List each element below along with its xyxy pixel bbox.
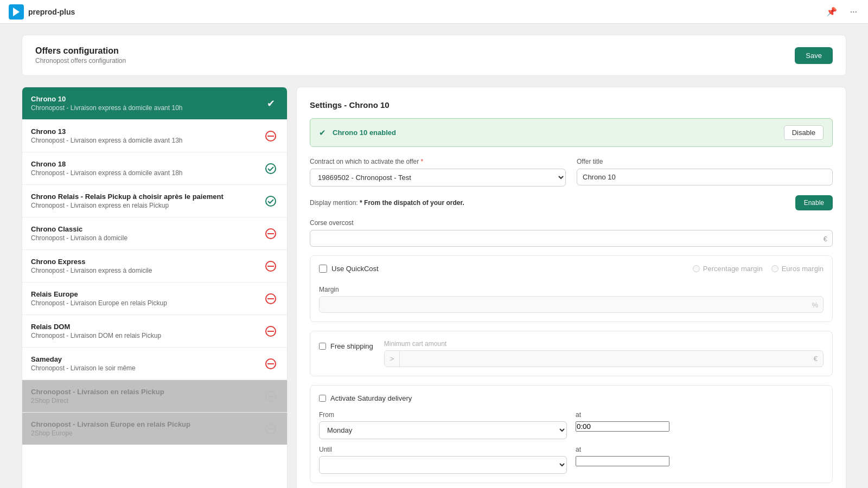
page-header: Offers configuration Chronopost offers c… [22,35,846,76]
ban-icon-relais-europe [263,291,278,306]
ban-icon-chrono13 [263,129,278,144]
item-title-relais-dom: Relais DOM [31,323,263,331]
item-title-relais-europe: Relais Europe [31,290,263,298]
corse-overcost-label: Corse overcost [310,219,833,227]
item-sub-chrono18: Chronopost - Livraison express à domicil… [31,169,263,177]
check-icon-chrono-relais [263,194,278,209]
item-sub-relais-dom: Chronopost - Livraison DOM en relais Pic… [31,332,263,339]
contract-offer-row: Contract on which to activate the offer … [310,158,833,187]
sidebar: Chrono 10 Chronopost - Livraison express… [22,87,288,488]
svg-point-5 [266,196,276,206]
until-select[interactable] [319,456,567,474]
free-shipping-label: Free shipping [330,342,373,350]
until-label: Until [319,446,567,453]
item-sub-2shop-europe: 2Shop Europe [31,429,263,437]
item-title-sameday: Sameday [31,355,263,363]
item-title-2shop-direct: Chronopost - Livraison en relais Pickup [31,388,263,396]
euros-margin-label: Euros margin [782,265,824,273]
enable-mention-button[interactable]: Enable [795,195,833,210]
pin-button[interactable]: 📌 [824,4,839,19]
ban-icon-2shop-europe [263,421,278,436]
from-label: From [319,411,567,419]
sidebar-item-sameday[interactable]: Sameday Chronopost - Livraison le soir m… [22,348,287,380]
at-input-until[interactable] [576,456,669,466]
free-shipping-section: Free shipping Minimum cart amount > € [310,331,833,376]
sidebar-item-2shop-europe: Chronopost - Livraison Europe en relais … [22,413,287,445]
item-title-chrono13: Chrono 13 [31,127,263,136]
offer-title-label: Offer title [577,158,833,165]
at-label-until: at [576,446,824,453]
page-title: Offers configuration [35,46,126,56]
sidebar-item-relais-dom[interactable]: Relais DOM Chronopost - Livraison DOM en… [22,315,287,348]
quickcost-checkbox[interactable] [319,265,327,273]
ban-icon-chrono-express [263,259,278,274]
more-button[interactable]: ··· [848,5,859,19]
check-icon-chrono18 [263,161,278,176]
saturday-checkbox[interactable] [319,395,326,402]
mention-row: Display mention: * From the dispatch of … [310,195,833,210]
ban-icon-sameday [263,356,278,371]
main-content: Chrono 10 Chronopost - Livraison express… [22,87,846,488]
free-shipping-checkbox[interactable] [319,343,326,350]
top-bar: preprod-plus 📌 ··· [0,0,868,24]
sidebar-item-2shop-direct: Chronopost - Livraison en relais Pickup … [22,380,287,413]
at-input-from[interactable] [576,421,669,432]
panel-title: Settings - Chrono 10 [310,100,833,110]
percentage-margin-radio[interactable] [693,265,700,272]
enabled-check-icon: ✔ [319,128,326,138]
disable-button[interactable]: Disable [784,125,824,140]
svg-point-4 [266,164,276,174]
item-title-chrono-express: Chrono Express [31,258,263,266]
margin-input[interactable] [319,296,824,313]
at-group-until: at [576,446,824,474]
top-bar-right: 📌 ··· [824,4,859,19]
corse-overcost-input[interactable] [310,230,833,247]
check-icon-chrono10: ✔ [263,96,278,111]
from-select[interactable]: Monday [319,421,567,439]
contract-select[interactable]: 19869502 - Chronopost - Test [310,169,566,187]
offer-title-input[interactable] [577,169,833,185]
page-header-text: Offers configuration Chronopost offers c… [35,46,126,65]
ban-icon-relais-dom [263,324,278,339]
save-button[interactable]: Save [795,47,833,64]
ban-icon-chrono-classic [263,226,278,241]
sidebar-item-chrono-express[interactable]: Chrono Express Chronopost - Livraison ex… [22,250,287,282]
quickcost-label: Use QuickCost [331,265,379,273]
enabled-label: Chrono 10 enabled [333,129,777,137]
item-sub-chrono-relais: Chronopost - Livraison express en relais… [31,202,263,209]
percent-icon: % [812,300,818,309]
sidebar-item-relais-europe[interactable]: Relais Europe Chronopost - Livraison Eur… [22,282,287,315]
margin-row: Margin % [319,286,824,313]
right-panel: Settings - Chrono 10 ✔ Chrono 10 enabled… [296,87,846,488]
until-group: Until [319,446,567,474]
at-group-from: at [576,411,824,439]
mention-label: Display mention: * From the dispatch of … [310,199,464,207]
item-title-2shop-europe: Chronopost - Livraison Europe en relais … [31,420,263,428]
at-label-from: at [576,411,824,419]
ban-icon-2shop-direct [263,389,278,404]
sidebar-item-chrono-relais[interactable]: Chrono Relais - Relais Pickup à choisir … [22,185,287,217]
sidebar-item-chrono13[interactable]: Chrono 13 Chronopost - Livraison express… [22,120,287,152]
sidebar-item-chrono10[interactable]: Chrono 10 Chronopost - Livraison express… [22,87,287,120]
sidebar-item-chrono-classic[interactable]: Chrono Classic Chronopost - Livraison à … [22,217,287,250]
min-cart-input[interactable] [400,351,808,367]
saturday-section: Activate Saturday delivery From Monday a… [310,385,833,483]
item-sub-relais-europe: Chronopost - Livraison Europe en relais … [31,299,263,307]
item-title-chrono-classic: Chrono Classic [31,225,263,233]
item-sub-chrono10: Chronopost - Livraison express à domicil… [31,104,263,112]
top-bar-left: preprod-plus [9,4,75,20]
euros-margin-radio[interactable] [771,265,778,272]
margin-label: Margin [319,286,824,293]
item-title-chrono10: Chrono 10 [31,95,263,103]
offer-title-group: Offer title [577,158,833,187]
quickcost-checkbox-row: Use QuickCost [319,265,379,273]
item-sub-chrono-classic: Chronopost - Livraison à domicile [31,234,263,242]
euro-suffix: € [808,351,823,367]
until-row: Until at [319,446,824,474]
item-title-chrono18: Chrono 18 [31,160,263,168]
contract-label: Contract on which to activate the offer … [310,158,566,165]
from-group: From Monday [319,411,567,439]
euro-icon: € [824,234,827,242]
quickcost-section: Use QuickCost Percentage margin Euros ma… [310,255,833,322]
sidebar-item-chrono18[interactable]: Chrono 18 Chronopost - Livraison express… [22,152,287,185]
